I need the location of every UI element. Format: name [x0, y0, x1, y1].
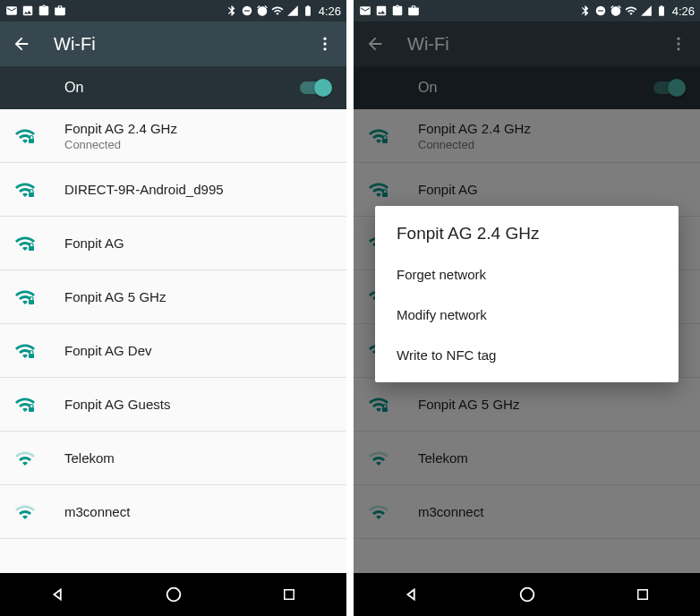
svg-point-2 [323, 38, 326, 40]
dialog-item-forget[interactable]: Forget network [375, 254, 679, 295]
nav-home[interactable] [516, 584, 538, 605]
svg-rect-5 [29, 139, 34, 143]
svg-rect-25 [637, 590, 647, 600]
toolbar: Wi-Fi [0, 21, 346, 66]
svg-rect-12 [284, 590, 294, 600]
status-time: 4:26 [672, 4, 695, 18]
network-item[interactable]: Fonpit AG Dev [0, 324, 346, 378]
network-name: Fonpit AG 2.4 GHz [64, 121, 332, 136]
svg-rect-14 [598, 10, 603, 11]
network-item[interactable]: Fonpit AG Guests [0, 378, 346, 432]
network-name: Fonpit AG Dev [64, 343, 332, 358]
status-bar: 4:26 [0, 0, 346, 21]
network-name: DIRECT-9R-Android_d995 [64, 182, 332, 197]
dialog-item-nfc[interactable]: Write to NFC tag [375, 335, 679, 375]
phone-right: 4:26 Wi-Fi On Fonpit AG 2.4 GHz Connecte… [354, 0, 700, 616]
svg-rect-1 [244, 10, 250, 11]
bluetooth-icon [579, 4, 592, 17]
svg-rect-6 [29, 192, 34, 197]
svg-rect-9 [29, 354, 34, 358]
wifi-signal-icon [14, 125, 36, 147]
dialog-item-modify[interactable]: Modify network [375, 295, 679, 335]
wifi-switch[interactable] [298, 79, 332, 97]
svg-point-24 [520, 588, 534, 602]
network-item[interactable]: DIRECT-9R-Android_d995 [0, 163, 346, 217]
wifi-signal-icon [14, 501, 36, 523]
wifi-signal-icon [14, 340, 36, 362]
network-item[interactable]: Telekom [0, 432, 346, 485]
shop-icon [54, 4, 66, 17]
network-item[interactable]: m3connect [0, 485, 346, 539]
nav-back[interactable] [47, 584, 69, 605]
clipboard-icon [391, 4, 404, 17]
svg-point-11 [166, 588, 180, 602]
navbar [0, 573, 346, 616]
wifi-toggle-label: On [64, 80, 298, 96]
network-name: Fonpit AG [64, 235, 332, 251]
back-button[interactable] [11, 33, 32, 55]
wifi-toggle-row[interactable]: On [0, 66, 346, 109]
dnd-icon [594, 4, 607, 17]
network-name: Fonpit AG Guests [64, 397, 332, 412]
status-bar: 4:26 [354, 0, 700, 21]
network-item[interactable]: Fonpit AG 2.4 GHz Connected [0, 109, 346, 163]
network-name: Fonpit AG 5 GHz [64, 289, 332, 304]
network-name: m3connect [64, 504, 332, 519]
svg-rect-7 [29, 246, 34, 251]
image-icon [21, 4, 34, 17]
svg-rect-8 [29, 300, 34, 304]
mail-icon [5, 4, 18, 17]
nav-back[interactable] [401, 584, 423, 605]
clipboard-icon [38, 4, 50, 17]
wifi-signal-icon [14, 287, 36, 308]
status-time: 4:26 [319, 4, 341, 18]
mail-icon [359, 4, 371, 17]
svg-point-4 [323, 47, 326, 50]
wifi-signal-icon [14, 233, 36, 254]
battery-icon [302, 4, 314, 17]
alarm-icon [256, 4, 269, 17]
wifi-signal-icon [14, 394, 36, 415]
battery-icon [655, 4, 668, 17]
network-name: Telekom [64, 450, 332, 466]
nav-recents[interactable] [632, 584, 653, 605]
dialog-title: Fonpit AG 2.4 GHz [375, 224, 679, 254]
image-icon [375, 4, 388, 17]
wifi-signal-icon [14, 179, 36, 201]
wifi-signal-icon [14, 448, 36, 469]
network-item[interactable]: Fonpit AG [0, 217, 346, 270]
wifi-status-icon [271, 4, 284, 17]
svg-rect-10 [29, 407, 34, 412]
network-status: Connected [64, 138, 332, 151]
dnd-icon [241, 4, 253, 17]
page-title: Wi-Fi [54, 34, 314, 55]
nav-recents[interactable] [278, 584, 300, 605]
navbar [354, 573, 700, 616]
phone-left: 4:26 Wi-Fi On Fonpit AG 2.4 GHz Connecte… [0, 0, 346, 616]
network-item[interactable]: Fonpit AG 5 GHz [0, 270, 346, 324]
shop-icon [407, 4, 420, 17]
nav-home[interactable] [163, 584, 184, 605]
bluetooth-icon [226, 4, 238, 17]
svg-point-3 [323, 42, 326, 45]
overflow-menu[interactable] [314, 33, 336, 55]
network-list-left: Fonpit AG 2.4 GHz Connected DIRECT-9R-An… [0, 109, 346, 573]
network-context-dialog: Fonpit AG 2.4 GHz Forget network Modify … [375, 206, 679, 382]
wifi-status-icon [625, 4, 637, 17]
signal-icon [640, 4, 653, 17]
alarm-icon [610, 4, 622, 17]
signal-icon [286, 4, 299, 17]
